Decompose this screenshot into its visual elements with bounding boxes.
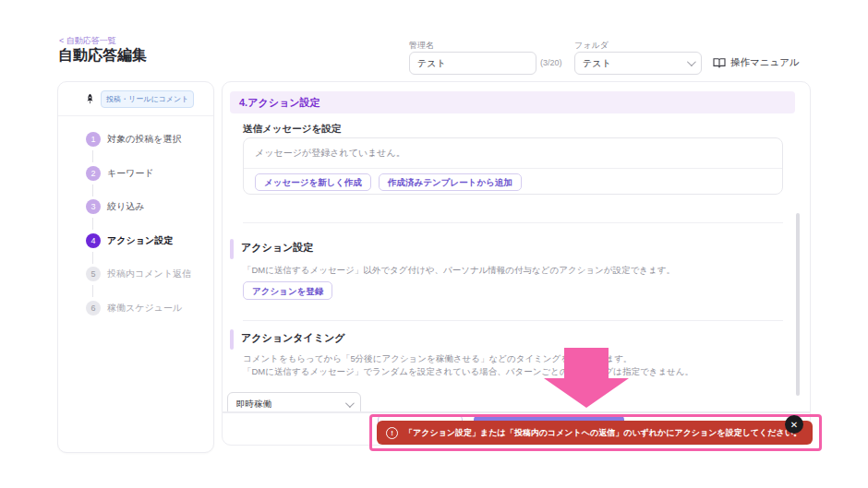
message-empty-text: メッセージが登録されていません。 — [255, 147, 405, 160]
timing-description-line2: 「DMに送信するメッセージ」でランダムを設定されている場合、パターンごとのタイミ… — [243, 366, 693, 378]
page-title: 自動応答編集 — [58, 46, 147, 65]
folder-label: フォルダ — [574, 40, 609, 52]
chevron-down-icon — [345, 399, 355, 408]
step-connector — [92, 184, 93, 196]
add-from-template-button[interactable]: 作成済みテンプレートから追加 — [379, 173, 522, 191]
manual-link[interactable]: 操作マニュアル — [713, 56, 800, 69]
step-number: 5 — [86, 267, 101, 281]
sidebar-step-action-settings[interactable]: 4 アクション設定 — [86, 233, 173, 248]
step-number: 2 — [86, 166, 101, 181]
step-number: 4 — [86, 233, 101, 248]
step-label: 投稿内コメント返信 — [107, 268, 191, 280]
timing-section-title: アクションタイミング — [241, 331, 345, 345]
step-label: キーワード — [107, 167, 154, 180]
sidebar-step-filtering[interactable]: 3 絞り込み — [86, 199, 144, 214]
sidebar-step-schedule[interactable]: 6 稼働スケジュール — [86, 301, 182, 315]
close-icon[interactable]: ✕ — [785, 415, 803, 434]
step-label: 稼働スケジュール — [107, 302, 182, 315]
pink-arrow — [564, 348, 609, 378]
step-number: 6 — [86, 301, 101, 315]
step-connector — [92, 252, 93, 264]
step-label: 対象の投稿を選択 — [107, 133, 181, 146]
action-section-description: 「DMに送信するメッセージ」以外でタグ付けや、パーソナル情報の付与などのアクショ… — [243, 265, 675, 277]
admin-name-label: 管理名 — [409, 40, 434, 52]
divider — [243, 320, 783, 321]
action-section-title: アクション設定 — [241, 241, 313, 255]
register-action-button[interactable]: アクションを登録 — [243, 281, 332, 300]
char-counter: (3/20) — [540, 58, 562, 67]
exclamation-circle-icon: ! — [386, 427, 398, 439]
section-accent-bar — [230, 329, 234, 350]
sidebar-header: 投稿・リールにコメント — [58, 82, 213, 116]
step-connector — [92, 218, 93, 230]
chevron-down-icon — [687, 57, 696, 66]
app-window: < 自動応答一覧 自動応答編集 管理名 (3/20) フォルダ テスト 操作マニ… — [0, 0, 868, 488]
admin-name-input[interactable] — [409, 52, 536, 75]
step-connector — [92, 150, 93, 162]
scrollbar-thumb[interactable] — [796, 213, 800, 396]
rocket-icon — [84, 93, 96, 105]
message-section-title: 送信メッセージを設定 — [243, 123, 341, 136]
step-label: 絞り込み — [107, 200, 144, 213]
sidebar-step-select-posts[interactable]: 1 対象の投稿を選択 — [86, 132, 181, 147]
create-message-button[interactable]: メッセージを新しく作成 — [255, 173, 371, 191]
divider — [244, 168, 782, 169]
step-sidebar: 投稿・リールにコメント 1 対象の投稿を選択 2 キーワード 3 絞り込み 4 … — [57, 81, 214, 453]
step-label: アクション設定 — [107, 234, 173, 247]
folder-select-value: テスト — [583, 57, 611, 70]
pink-arrow-head — [544, 378, 629, 408]
divider — [243, 222, 783, 223]
message-empty-card: メッセージが登録されていません。 メッセージを新しく作成 作成済みテンプレートか… — [243, 137, 783, 195]
step-number: 1 — [86, 132, 101, 147]
error-toast: ! 「アクション設定」または「投稿内のコメントへの返信」のいずれかにアクションを… — [377, 421, 813, 445]
step-connector — [92, 285, 93, 297]
mode-chip: 投稿・リールにコメント — [101, 90, 194, 108]
manual-link-label: 操作マニュアル — [730, 56, 800, 69]
error-toast-message: 「アクション設定」または「投稿内のコメントへの返信」のいずれかにアクションを設定… — [404, 427, 802, 439]
timing-select-value: 即時稼働 — [236, 399, 271, 411]
step-number: 3 — [86, 199, 101, 214]
section-accent-bar — [230, 239, 234, 259]
book-icon — [713, 57, 726, 68]
sidebar-step-keywords[interactable]: 2 キーワード — [86, 166, 154, 181]
section-banner: 4.アクション設定 — [230, 91, 795, 113]
sidebar-step-comment-reply[interactable]: 5 投稿内コメント返信 — [86, 267, 191, 281]
main-panel: 4.アクション設定 送信メッセージを設定 メッセージが登録されていません。 メッ… — [222, 81, 811, 412]
folder-select[interactable]: テスト — [574, 52, 702, 75]
timing-select[interactable]: 即時稼働 — [227, 392, 361, 412]
